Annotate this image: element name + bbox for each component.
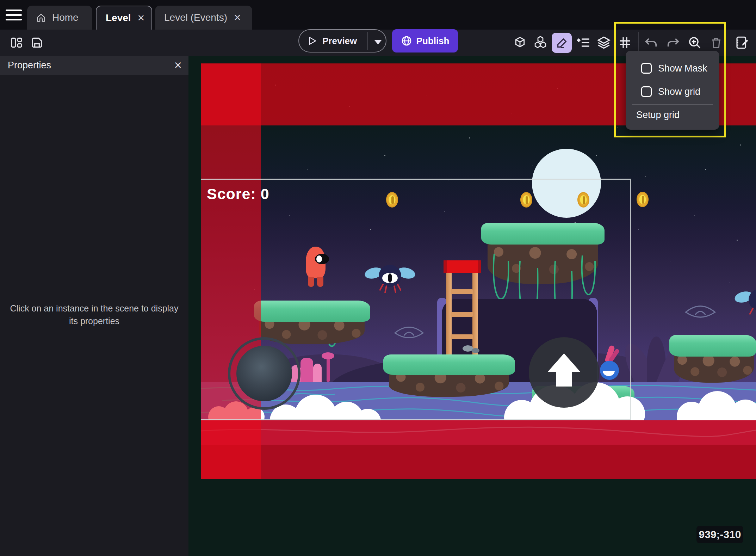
home-icon [36, 13, 46, 23]
eye-decoration [684, 303, 717, 321]
show-mask-label: Show Mask [658, 63, 707, 74]
tab-level-events-label: Level (Events) [164, 12, 227, 23]
cursor-coordinates-badge: 939;-310 [696, 526, 743, 543]
setup-grid-menu-item[interactable]: Setup grid [636, 108, 680, 122]
jump-button[interactable] [529, 337, 599, 408]
globe-icon [401, 35, 412, 47]
objects-panel-icon[interactable] [512, 30, 528, 56]
gdevelop-editor-window: Home Level ✕ Level (Events) ✕ Preview Pu… [0, 0, 756, 556]
toolbar-divider [638, 32, 639, 54]
tab-bar: Home Level ✕ Level (Events) ✕ [0, 0, 756, 30]
show-grid-checkbox[interactable] [641, 86, 652, 97]
up-arrow-stem [556, 371, 572, 387]
tab-level-events[interactable]: Level (Events) ✕ [155, 6, 252, 30]
tab-level-events-close-icon[interactable]: ✕ [234, 13, 241, 22]
properties-panel-close-icon[interactable]: ✕ [174, 60, 182, 71]
preview-button[interactable]: Preview [298, 29, 386, 52]
chevron-down-icon[interactable] [374, 40, 382, 44]
show-grid-menu-item[interactable]: Show grid [626, 84, 719, 99]
object-groups-icon[interactable] [532, 30, 549, 56]
show-mask-checkbox[interactable] [641, 63, 652, 74]
tab-level-close-icon[interactable]: ✕ [137, 13, 145, 23]
save-icon[interactable] [28, 30, 46, 56]
fly-enemy-sprite[interactable] [735, 289, 756, 317]
scene-editor-canvas[interactable]: Score: 0 [188, 56, 756, 556]
properties-panel-header: Properties ✕ [0, 56, 188, 75]
layers-icon[interactable] [595, 30, 612, 56]
play-icon [307, 35, 317, 47]
edit-mode-pencil-icon[interactable] [552, 33, 572, 53]
score-text[interactable]: Score: 0 [207, 185, 269, 203]
tab-level[interactable]: Level ✕ [96, 6, 152, 30]
tab-home-label: Home [52, 12, 79, 23]
properties-panel: Properties ✕ Click on an instance in the… [0, 56, 188, 556]
tab-home[interactable]: Home [27, 6, 92, 30]
show-grid-label: Show grid [658, 86, 700, 97]
properties-panel-title: Properties [8, 60, 51, 71]
toggle-panels-icon[interactable] [8, 30, 25, 56]
ground-dark-red-band [201, 445, 756, 479]
joystick-pad[interactable] [236, 346, 292, 401]
grid-options-menu: Show Mask Show grid Setup grid [626, 51, 719, 130]
cloud-sprite[interactable] [677, 391, 756, 423]
properties-empty-message: Click on an instance in the scene to dis… [10, 302, 179, 327]
preview-label: Preview [322, 36, 357, 47]
platform-sprite[interactable] [669, 335, 756, 384]
instances-list-icon[interactable] [575, 30, 592, 56]
publish-button[interactable]: Publish [392, 29, 458, 52]
hamburger-menu-icon[interactable] [6, 9, 22, 21]
preview-split-divider [367, 32, 367, 50]
show-mask-menu-item[interactable]: Show Mask [626, 61, 719, 76]
up-arrow-icon [548, 353, 580, 372]
ground-swirl [201, 420, 756, 445]
menu-divider [632, 104, 713, 105]
publish-label: Publish [416, 36, 450, 47]
edit-scene-events-icon[interactable] [733, 30, 751, 56]
tab-level-label: Level [106, 12, 131, 24]
